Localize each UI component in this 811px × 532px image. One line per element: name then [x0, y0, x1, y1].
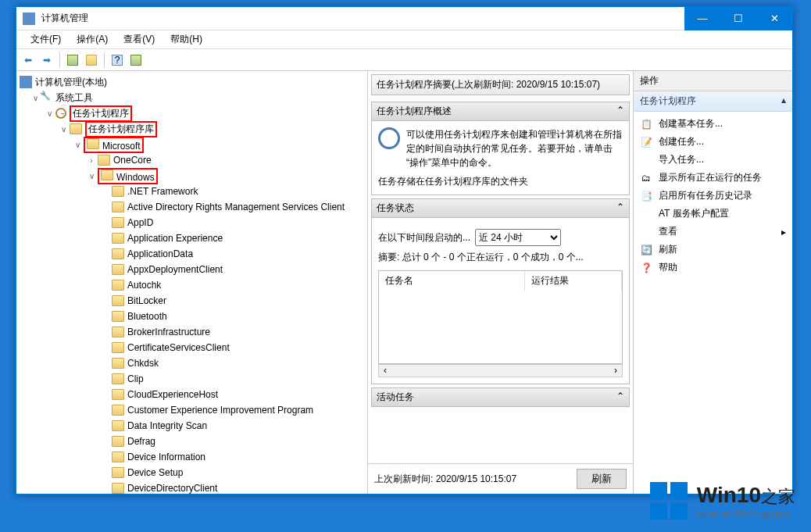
tree-item[interactable]: .NET Framework	[16, 184, 367, 199]
tree-label: 系统工具	[55, 91, 93, 105]
minimize-button[interactable]: —	[684, 7, 720, 30]
status-header[interactable]: 任务状态 ⌃	[371, 198, 630, 218]
action-item[interactable]: 📋创建基本任务...	[634, 115, 792, 133]
tree-item[interactable]: Customer Experience Improvement Program	[16, 402, 367, 418]
tree-item[interactable]: ∨ Microsoft	[16, 137, 367, 152]
tree-item[interactable]: Bluetooth	[16, 309, 367, 324]
horizontal-scrollbar[interactable]: ‹ ›	[378, 364, 623, 377]
section-title: 任务计划程序概述	[377, 105, 452, 118]
tree-item[interactable]: ∨ 任务计划程序	[16, 105, 367, 121]
folder-icon	[112, 373, 124, 384]
tree-item[interactable]: ∨ 系统工具	[16, 90, 367, 105]
tree-item[interactable]: BrokerInfrastructure	[16, 324, 367, 340]
folder-icon	[112, 295, 124, 306]
action-item[interactable]: 查看	[634, 223, 792, 241]
tree-item[interactable]: DeviceDirectoryClient	[16, 480, 367, 494]
tree-item[interactable]: CloudExperienceHost	[16, 387, 367, 402]
tree-item[interactable]: Autochk	[16, 277, 367, 293]
action-item[interactable]: AT 服务帐户配置	[634, 205, 792, 223]
status-label: 在以下时间段启动的...	[378, 231, 470, 245]
folder-icon	[112, 202, 124, 212]
watermark-url: www.win10xitong.com	[697, 509, 795, 520]
collapse-icon[interactable]: ⌃	[616, 202, 624, 215]
tree-item[interactable]: Data Integrity Scan	[16, 418, 367, 434]
expand-icon[interactable]: ›	[87, 155, 96, 165]
menu-view[interactable]: 查看(V)	[116, 30, 163, 48]
menu-file[interactable]: 文件(F)	[23, 30, 69, 48]
active-header[interactable]: 活动任务 ⌃	[371, 387, 630, 407]
overview-header[interactable]: 任务计划程序概述 ⌃	[371, 102, 630, 121]
details-body[interactable]: 任务计划程序概述 ⌃ 可以使用任务计划程序来创建和管理计算机将在所指定的时间自动…	[368, 98, 633, 463]
scroll-left-icon[interactable]: ‹	[379, 365, 391, 377]
tree-item[interactable]: ∨ Windows	[16, 168, 367, 184]
menu-action[interactable]: 操作(A)	[69, 30, 116, 48]
tree-item[interactable]: ∨ 任务计划程序库	[16, 121, 367, 137]
tree-item[interactable]: Clip	[16, 371, 367, 387]
titlebar: 计算机管理 — ☐ ✕	[16, 7, 792, 30]
collapse-icon[interactable]: ⌃	[616, 391, 624, 404]
expand-icon[interactable]: ∨	[87, 171, 96, 180]
toolbar-btn-1[interactable]	[64, 52, 81, 69]
action-item[interactable]: 🔄刷新	[634, 241, 792, 259]
back-button[interactable]	[20, 52, 37, 69]
toolbar-help[interactable]: ?	[109, 52, 126, 69]
expand-icon[interactable]: ∨	[73, 140, 82, 149]
collapse-icon[interactable]: ⌃	[616, 105, 624, 118]
tree-item[interactable]: BitLocker	[16, 293, 367, 309]
tree-label: .NET Framework	[127, 186, 198, 197]
tree-label: Application Experience	[127, 233, 223, 244]
collapse-icon[interactable]: ▴	[781, 95, 786, 108]
expand-icon[interactable]: ∨	[59, 124, 68, 134]
folder-icon	[112, 467, 124, 478]
content-panes: 计算机管理(本地) ∨ 系统工具 ∨ 任务计划程序 ∨ 任务计划程序库	[16, 71, 792, 494]
tree-label: Device Information	[127, 452, 205, 462]
close-button[interactable]: ✕	[756, 7, 792, 30]
menubar: 文件(F) 操作(A) 查看(V) 帮助(H)	[16, 30, 792, 49]
expand-icon[interactable]: ∨	[45, 109, 54, 118]
maximize-button[interactable]: ☐	[720, 7, 756, 30]
tree-item[interactable]: AppID	[16, 215, 367, 230]
col-result[interactable]: 运行结果	[525, 271, 622, 291]
tree-item[interactable]: Device Setup	[16, 465, 367, 480]
toolbar-btn-2[interactable]	[83, 52, 100, 69]
actions-section-header[interactable]: 任务计划程序 ▴	[634, 91, 792, 112]
action-item[interactable]: 🗂显示所有正在运行的任务	[634, 169, 792, 187]
col-task-name[interactable]: 任务名	[379, 271, 525, 291]
tree-item[interactable]: CertificateServicesClient	[16, 340, 367, 355]
tree-item[interactable]: Defrag	[16, 434, 367, 449]
scroll-right-icon[interactable]: ›	[609, 365, 622, 377]
tree-item[interactable]: Active Directory Rights Management Servi…	[16, 199, 367, 215]
highlight: 任务计划程序库	[85, 121, 157, 137]
section-title: 任务状态	[377, 202, 414, 215]
tree: 计算机管理(本地) ∨ 系统工具 ∨ 任务计划程序 ∨ 任务计划程序库	[16, 71, 367, 494]
tree-pane[interactable]: 计算机管理(本地) ∨ 系统工具 ∨ 任务计划程序 ∨ 任务计划程序库	[16, 71, 368, 494]
action-item[interactable]: ❓帮助	[634, 259, 792, 277]
tree-label: Clip	[127, 373, 144, 384]
folder-icon	[112, 358, 124, 369]
tree-item[interactable]: › OneCore	[16, 152, 367, 168]
expand-icon[interactable]: ∨	[30, 93, 40, 102]
tree-item[interactable]: Application Experience	[16, 230, 367, 246]
menu-help[interactable]: 帮助(H)	[163, 30, 210, 48]
tree-item[interactable]: AppxDeploymentClient	[16, 262, 367, 277]
actions-title: 操作	[634, 71, 792, 91]
forward-button[interactable]	[38, 52, 55, 69]
tree-label: Customer Experience Improvement Program	[127, 405, 313, 416]
toolbar-btn-3[interactable]	[127, 52, 145, 69]
watermark-title: Win10	[697, 483, 761, 507]
action-item[interactable]: 导入任务...	[634, 151, 792, 169]
tree-item[interactable]: ApplicationData	[16, 246, 367, 262]
tree-root[interactable]: 计算机管理(本地)	[16, 74, 367, 90]
task-table[interactable]: 任务名 运行结果	[378, 270, 623, 364]
tree-item[interactable]: Chkdsk	[16, 355, 367, 371]
tree-label: BitLocker	[127, 295, 166, 306]
status-filter-row: 在以下时间段启动的... 近 24 小时	[378, 229, 623, 246]
refresh-button[interactable]: 刷新	[577, 469, 627, 489]
status-period-select[interactable]: 近 24 小时	[475, 229, 561, 246]
action-item[interactable]: 📑启用所有任务历史记录	[634, 187, 792, 205]
window-controls: — ☐ ✕	[684, 7, 792, 30]
tree-item[interactable]: Device Information	[16, 449, 367, 465]
action-item[interactable]: 📝创建任务...	[634, 133, 792, 151]
tree-label: Defrag	[127, 436, 155, 447]
action-icon: 📑	[640, 190, 652, 202]
